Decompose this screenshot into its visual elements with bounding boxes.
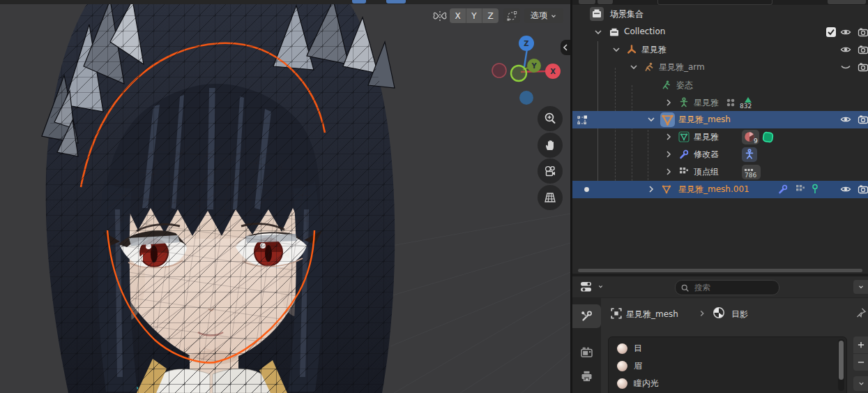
outliner-row-mesh-001[interactable]: 星見雅_mesh.001	[572, 181, 868, 198]
gizmo-y-neg-axis[interactable]	[511, 66, 526, 81]
partial-toolbar-button[interactable]	[386, 0, 406, 3]
partial-search-field[interactable]	[657, 0, 772, 5]
gizmo-z-neg-axis[interactable]	[519, 91, 533, 105]
empty-object-icon	[626, 44, 637, 55]
chevron-down-icon[interactable]	[629, 62, 639, 72]
mode-dot-icon	[584, 186, 590, 193]
outliner-row-collection[interactable]: Collection	[572, 24, 868, 41]
partial-toolbar-button[interactable]	[352, 0, 366, 3]
pin-icon[interactable]	[855, 307, 867, 318]
mirror-x-button[interactable]: X	[450, 8, 466, 23]
chevron-right-icon[interactable]	[664, 167, 673, 177]
editor-type-button[interactable]	[579, 279, 607, 295]
hide-eye-icon[interactable]	[840, 44, 851, 55]
search-input[interactable]	[693, 282, 772, 293]
camera-visibility-icon[interactable]	[858, 44, 868, 55]
tab-view-layer-properties[interactable]	[572, 387, 601, 393]
armature-object-icon	[644, 61, 655, 73]
row-label: 星見雅	[641, 44, 667, 56]
scene-collection-icon	[590, 7, 604, 21]
partial-header-button[interactable]	[597, 0, 613, 4]
outliner-row-scene-collection[interactable]: 场景集合	[572, 6, 868, 23]
armature-modifier-badge	[742, 147, 757, 162]
chevron-right-icon[interactable]	[664, 132, 673, 142]
pan-button[interactable]	[538, 133, 563, 158]
outliner-row-pose[interactable]: 姿态	[572, 77, 868, 94]
breadcrumb-object[interactable]: 星見雅_mesh	[626, 309, 678, 320]
camera-visibility-icon[interactable]	[858, 184, 868, 195]
options-dropdown[interactable]: 选项	[524, 8, 563, 23]
outliner-horizontal-scrollbar[interactable]	[578, 269, 862, 272]
camera-visibility-icon[interactable]	[858, 27, 868, 38]
material-specials-button[interactable]	[853, 376, 868, 391]
breadcrumb-material[interactable]: 目影	[731, 309, 748, 320]
material-slot-row[interactable]: 目	[610, 340, 833, 357]
chevron-right-icon[interactable]	[664, 98, 673, 107]
mirror-z-button[interactable]: Z	[482, 8, 498, 23]
tool-icon	[580, 310, 593, 323]
scrollbar-thumb[interactable]	[839, 341, 844, 380]
camera-visibility-icon[interactable]	[858, 61, 868, 73]
outliner-row-mesh-data[interactable]: 星見雅 9	[572, 128, 868, 146]
material-slots-badge: 9	[742, 130, 759, 144]
material-slot-list: 目 眉 瞳内光	[608, 336, 847, 393]
options-label: 选项	[531, 10, 547, 22]
shape-keys-icon	[761, 131, 775, 144]
material-slot-row[interactable]: 瞳内光	[610, 375, 833, 392]
camera-view-button[interactable]	[538, 158, 563, 184]
outliner-row-armature-object[interactable]: 星見雅_arm	[572, 59, 868, 76]
tab-render-properties[interactable]	[572, 340, 601, 364]
gizmo-x-neg-axis[interactable]	[492, 64, 506, 77]
header-collapse-button[interactable]	[853, 280, 868, 294]
row-label: 顶点组	[694, 166, 719, 178]
chevron-left-icon	[563, 44, 568, 51]
row-label: 修改器	[694, 149, 719, 161]
outliner-row-mesh-active[interactable]: 星見雅_mesh	[572, 111, 868, 128]
hide-eye-icon[interactable]	[840, 184, 851, 195]
tab-tool-properties[interactable]	[572, 304, 601, 328]
tab-output-properties[interactable]	[572, 364, 601, 387]
chevron-right-icon[interactable]	[664, 149, 673, 159]
material-slot-row[interactable]: 眉	[610, 357, 833, 375]
chevron-down-icon[interactable]	[593, 27, 603, 37]
chevron-right-icon[interactable]	[646, 184, 656, 194]
gizmo-x-label: X	[550, 68, 556, 75]
camera-visibility-icon[interactable]	[858, 114, 868, 125]
navigation-gizmo[interactable]: Z Y X	[488, 34, 565, 110]
row-label: 星見雅_mesh.001	[678, 184, 749, 195]
render-camera-icon	[580, 346, 593, 359]
orthographic-toggle-button[interactable]	[538, 185, 563, 210]
sidebar-collapse-arrow[interactable]	[561, 40, 570, 55]
partial-header-button[interactable]	[579, 0, 595, 4]
outliner-row-vertex-groups[interactable]: 顶点组 786	[572, 163, 868, 181]
outliner-row-modifiers[interactable]: 修改器	[572, 146, 868, 163]
properties-search-field[interactable]	[675, 280, 779, 295]
mirror-icon[interactable]	[432, 9, 448, 23]
mesh-object-icon	[660, 112, 675, 127]
mirror-y-button[interactable]: Y	[466, 8, 482, 23]
chevron-down-icon	[597, 283, 604, 290]
chevron-down-icon[interactable]	[611, 45, 621, 54]
zoom-button[interactable]	[538, 106, 563, 131]
chevron-down-icon[interactable]	[646, 114, 656, 124]
slot-list-scrollbar[interactable]	[838, 339, 844, 391]
hide-eye-closed-icon[interactable]	[840, 61, 851, 73]
hide-eye-icon[interactable]	[840, 27, 851, 38]
edit-mode-indicator-icon	[577, 114, 588, 126]
add-material-slot-button[interactable]	[853, 336, 868, 353]
proportional-falloff-button[interactable]	[503, 8, 520, 23]
row-label: 星見雅_mesh	[678, 114, 731, 126]
bone-count: 832	[740, 103, 752, 110]
exclude-checkbox[interactable]	[825, 27, 837, 38]
properties-editor-icon	[579, 280, 597, 294]
wrench-icon	[678, 149, 690, 160]
remove-material-slot-button[interactable]	[853, 354, 868, 371]
outliner-row-armature-data[interactable]: 星見雅 832	[572, 94, 868, 112]
outliner-row-empty[interactable]: 星見雅	[572, 41, 868, 59]
3d-viewport[interactable]: X Y Z 选项 Z Y X	[0, 0, 570, 393]
material-slot-name: 瞳内光	[634, 378, 659, 390]
partial-filter-button[interactable]	[828, 0, 866, 4]
row-label: 姿态	[676, 80, 693, 91]
material-slot-name: 目	[634, 343, 642, 355]
hide-eye-icon[interactable]	[840, 114, 851, 125]
